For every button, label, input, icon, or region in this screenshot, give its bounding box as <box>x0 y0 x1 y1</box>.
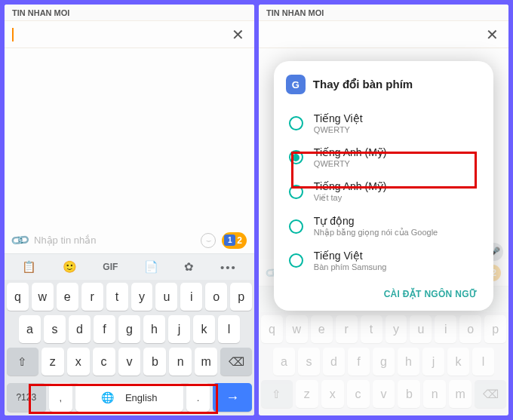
key-g[interactable]: g <box>118 315 140 343</box>
dialog-title: Thay đổi bàn phím <box>313 78 413 91</box>
key-a[interactable]: a <box>19 315 41 343</box>
key-i[interactable]: i <box>180 283 202 311</box>
clipboard-icon[interactable]: 📄 <box>144 260 158 274</box>
key-space[interactable]: 🌐 English <box>75 383 183 412</box>
globe-icon: 🌐 <box>101 391 114 403</box>
option-label: Tiếng Việt <box>314 112 363 124</box>
keyboard-option[interactable]: Tiếng Việt Bàn phím Samsung <box>284 244 483 277</box>
screen-right: TIN NHAN MOI ✕ 🔗 Nhập tin nhắn ⌣ 1 2 📋 🙂… <box>259 5 508 415</box>
key-m[interactable]: m <box>195 348 217 376</box>
key-backspace[interactable]: ⌫ <box>220 348 252 376</box>
dialog-overlay: G Thay đổi bàn phím Tiếng Việt QWERTY Ti… <box>259 5 508 415</box>
radio-icon <box>289 116 303 130</box>
option-label: Tiếng Việt <box>314 250 387 262</box>
radio-icon <box>289 253 303 268</box>
dialog-footer: CÀI ĐẶT NGÔN NGỮ <box>284 277 483 303</box>
key-n[interactable]: n <box>169 348 192 376</box>
key-x[interactable]: x <box>67 348 90 376</box>
radio-icon <box>289 185 303 199</box>
keyboard-option[interactable]: Tự động Nhập bằng giọng nói của Google <box>284 209 483 244</box>
message-body <box>5 48 254 227</box>
key-l[interactable]: l <box>218 315 240 343</box>
gboard-icon: G <box>286 75 306 94</box>
option-sub: Viết tay <box>314 193 387 203</box>
key-o[interactable]: o <box>205 283 227 311</box>
sticker-icon[interactable]: 📋 <box>22 260 36 274</box>
key-shift[interactable]: ⇧ <box>7 348 38 376</box>
key-p[interactable]: p <box>230 283 252 311</box>
key-w[interactable]: w <box>32 283 54 311</box>
key-f[interactable]: f <box>94 315 115 343</box>
keyboard-switch-dialog: G Thay đổi bàn phím Tiếng Việt QWERTY Ti… <box>274 61 493 311</box>
settings-icon[interactable]: ✿ <box>184 260 194 274</box>
kb-row-2: a s d f g h j k l <box>7 315 252 343</box>
space-label: English <box>125 392 158 403</box>
clear-icon[interactable]: ✕ <box>229 26 247 44</box>
key-y[interactable]: y <box>131 283 153 311</box>
kb-row-3: ⇧ z x c v b n m ⌫ <box>7 348 252 376</box>
sim-chip: 1 <box>224 235 235 246</box>
key-enter[interactable]: → <box>213 383 252 412</box>
dialog-header: G Thay đổi bàn phím <box>284 75 483 94</box>
option-sub: Bàn phím Samsung <box>314 262 387 271</box>
emoji-icon[interactable]: ⌣ <box>201 233 216 248</box>
key-h[interactable]: h <box>143 315 165 343</box>
kb-row-1: q w e r t y u i o p <box>7 283 252 311</box>
key-s[interactable]: s <box>44 315 66 343</box>
sim-send-button[interactable]: 1 2 <box>222 232 247 249</box>
key-u[interactable]: u <box>155 283 177 311</box>
key-b[interactable]: b <box>143 348 166 376</box>
option-sub: QWERTY <box>314 125 363 134</box>
language-settings-button[interactable]: CÀI ĐẶT NGÔN NGỮ <box>384 289 477 299</box>
recipient-input[interactable] <box>17 29 229 41</box>
keyboard: q w e r t y u i o p a s d f g h j k l ⇧ … <box>5 280 254 383</box>
radio-icon <box>289 150 303 164</box>
sim-alt: 2 <box>237 235 242 246</box>
keyboard-option[interactable]: Tiếng Anh (Mỹ) QWERTY <box>284 140 483 174</box>
key-numbers[interactable]: ?123 <box>7 383 46 412</box>
radio-icon <box>289 219 303 234</box>
key-period[interactable]: . <box>186 383 210 412</box>
sticker2-icon[interactable]: 🙂 <box>63 260 77 274</box>
screen-left: TIN NHAN MOI ✕ 🔗 Nhập tin nhắn ⌣ 1 2 📋 🙂… <box>5 5 254 415</box>
key-comma[interactable]: , <box>49 383 73 412</box>
more-icon[interactable]: ••• <box>220 261 237 274</box>
app-header: TIN NHAN MOI <box>5 5 254 21</box>
key-v[interactable]: v <box>118 348 141 376</box>
compose-input[interactable]: Nhập tin nhắn <box>34 231 195 250</box>
kb-row-bottom: ?123 , 🌐 English . → <box>5 383 254 415</box>
attach-icon[interactable]: 🔗 <box>9 229 32 252</box>
text-cursor <box>12 28 14 41</box>
key-z[interactable]: z <box>41 348 64 376</box>
option-label: Tiếng Anh (Mỹ) <box>314 180 387 192</box>
key-r[interactable]: r <box>81 283 103 311</box>
option-label: Tự động <box>314 215 438 227</box>
header-title: TIN NHAN MOI <box>12 8 69 17</box>
key-j[interactable]: j <box>168 315 190 343</box>
keyboard-toolbar: 📋 🙂 GIF 📄 ✿ ••• <box>5 253 254 280</box>
keyboard-option[interactable]: Tiếng Anh (Mỹ) Viết tay <box>284 174 483 209</box>
key-k[interactable]: k <box>193 315 215 343</box>
key-d[interactable]: d <box>69 315 91 343</box>
key-c[interactable]: c <box>93 348 115 376</box>
option-sub: Nhập bằng giọng nói của Google <box>314 228 438 238</box>
option-label: Tiếng Anh (Mỹ) <box>314 146 387 158</box>
search-row: ✕ <box>5 21 254 48</box>
gif-button[interactable]: GIF <box>103 262 118 272</box>
key-t[interactable]: t <box>106 283 128 311</box>
compose-row: 🔗 Nhập tin nhắn ⌣ 1 2 <box>5 227 254 253</box>
keyboard-option[interactable]: Tiếng Việt QWERTY <box>284 106 483 140</box>
option-sub: QWERTY <box>314 159 387 168</box>
key-e[interactable]: e <box>57 283 78 311</box>
key-q[interactable]: q <box>7 283 29 311</box>
